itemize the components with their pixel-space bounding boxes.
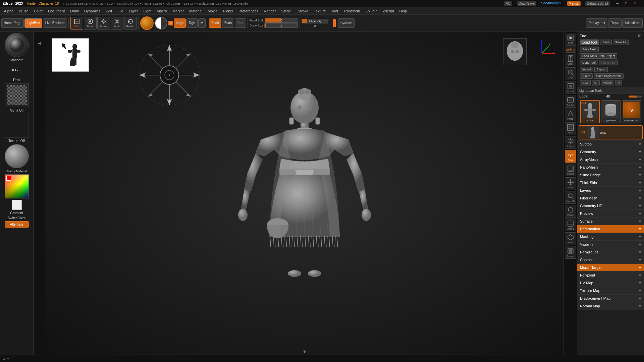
body-slider[interactable] bbox=[629, 96, 642, 98]
uvmap-section[interactable]: UV Map bbox=[577, 279, 644, 287]
rotate3d-btn[interactable]: Rotate bbox=[565, 205, 576, 218]
zsub-btn[interactable]: Zsub bbox=[222, 18, 234, 28]
menu-transform[interactable]: Transform bbox=[341, 8, 363, 14]
menu-macro[interactable]: Macro bbox=[154, 8, 170, 14]
menu-brush[interactable]: Brush bbox=[16, 8, 31, 14]
copy-tool-btn[interactable]: Copy Tool bbox=[580, 60, 598, 65]
menu-document[interactable]: Document bbox=[45, 8, 67, 14]
fibermesh-section[interactable]: FiberMesh bbox=[577, 194, 644, 202]
menu-layer[interactable]: Layer bbox=[126, 8, 141, 14]
dots-preview[interactable] bbox=[5, 63, 29, 77]
floor-btn[interactable]: Floor bbox=[565, 122, 576, 135]
move-btn[interactable]: Move bbox=[97, 17, 110, 29]
lightbox-btn[interactable]: LightBox bbox=[24, 18, 42, 28]
default-script-btn[interactable]: DefaultZScript bbox=[585, 1, 610, 6]
geometry-section[interactable]: Geometry bbox=[577, 148, 644, 156]
preview-section[interactable]: Preview bbox=[577, 210, 644, 218]
tool-expand-icon[interactable]: ⊞ bbox=[638, 34, 641, 38]
m-btn[interactable]: M bbox=[198, 18, 206, 28]
menu-draw[interactable]: Draw bbox=[67, 8, 82, 14]
menu-picker[interactable]: Picker bbox=[220, 8, 236, 14]
menu-render[interactable]: Render bbox=[261, 8, 279, 14]
save-next-btn[interactable]: Save Next bbox=[580, 47, 599, 52]
transp-btn[interactable]: Transp bbox=[565, 246, 576, 259]
poly-btn[interactable]: Poly bbox=[565, 232, 576, 245]
deformation-section[interactable]: Deformation bbox=[577, 225, 644, 233]
zoom3d-btn[interactable]: Zoom3D bbox=[565, 191, 576, 204]
texturemap-section[interactable]: Texture Map bbox=[577, 287, 644, 295]
zadd-btn[interactable]: Zadd bbox=[209, 18, 221, 28]
all-btn[interactable]: All bbox=[592, 80, 600, 85]
z-intensity-slider[interactable]: Z Intensity bbox=[302, 19, 328, 23]
intensity-handle[interactable] bbox=[333, 19, 336, 27]
load-tool-btn[interactable]: Load Tool bbox=[580, 40, 599, 45]
polygroups-section[interactable]: Polygroups bbox=[577, 248, 644, 256]
alpha-preview[interactable] bbox=[5, 83, 29, 107]
head-preview[interactable] bbox=[503, 38, 527, 65]
material-sphere[interactable] bbox=[5, 144, 29, 168]
canvas-area[interactable]: ▾ bbox=[45, 32, 564, 355]
nano-mesh-section[interactable]: NanoMesh bbox=[577, 164, 644, 171]
menu-stroke[interactable]: Stroke bbox=[295, 8, 311, 14]
sphere-color-btn[interactable] bbox=[140, 16, 154, 30]
persp-btn[interactable]: Persp bbox=[565, 109, 576, 121]
subtool-body-2[interactable]: 151 Body bbox=[579, 125, 643, 139]
menu-zscript[interactable]: Zscript bbox=[380, 8, 397, 14]
surface-section[interactable]: Surface bbox=[577, 218, 644, 225]
home-page-btn[interactable]: Home Page bbox=[1, 18, 24, 28]
import-btn[interactable]: Import bbox=[580, 67, 593, 72]
bottom-collapse-btn[interactable]: ▾ bbox=[303, 348, 306, 355]
paste-tool-btn[interactable]: Paste Tool bbox=[599, 60, 618, 65]
scroll-btn[interactable]: Scroll bbox=[565, 54, 576, 66]
lightbox-tools-label[interactable]: Lightbox▶Tools bbox=[579, 89, 602, 93]
color-picker[interactable] bbox=[5, 174, 29, 198]
subtool-body-1[interactable]: 151 Body bbox=[580, 100, 600, 123]
brush-preview[interactable] bbox=[5, 33, 29, 57]
frame-btn[interactable]: Frame bbox=[565, 164, 576, 176]
draw-size-slider[interactable]: 1 bbox=[264, 23, 298, 28]
rotate-btn[interactable]: Rotate bbox=[124, 17, 137, 29]
window-controls[interactable]: — □ ✕ bbox=[614, 1, 639, 6]
edit-btn[interactable]: Edit bbox=[70, 17, 83, 29]
texture-preview[interactable] bbox=[5, 114, 29, 138]
adjust-last-btn[interactable]: AdjustLast bbox=[622, 18, 643, 28]
goz-btn[interactable]: GoZ bbox=[580, 80, 591, 85]
displacementmap-section[interactable]: Displacement Map bbox=[577, 295, 644, 302]
morph-target-section[interactable]: Morph Target bbox=[577, 264, 644, 272]
actual-btn[interactable]: Actual bbox=[565, 81, 576, 94]
draw-btn[interactable]: Draw bbox=[84, 17, 97, 29]
dynamic-btn[interactable]: Dynamic bbox=[338, 18, 355, 28]
bpr-btn[interactable]: BPR bbox=[565, 33, 576, 46]
expand-left-btn[interactable]: ◂ bbox=[34, 33, 44, 53]
menu-preferences[interactable]: Preferences bbox=[236, 8, 261, 14]
replay-short-btn[interactable]: Repla bbox=[608, 18, 622, 28]
scale-btn[interactable]: Scale bbox=[111, 17, 123, 29]
alternate-btn[interactable]: Alternate bbox=[5, 221, 29, 228]
menu-dynamics[interactable]: Dynamics bbox=[82, 8, 103, 14]
replay-last-btn[interactable]: ReplayLast bbox=[586, 18, 607, 28]
rgb-btn[interactable]: Rgb bbox=[186, 18, 197, 28]
see-through-btn[interactable]: See-through 0 bbox=[541, 1, 562, 6]
linefill-btn[interactable]: LineFill bbox=[565, 219, 576, 231]
mrgb-btn[interactable]: Mrgb bbox=[174, 18, 186, 28]
focal-shift-slider[interactable]: 0 bbox=[265, 18, 298, 23]
save-btn[interactable]: Save bbox=[600, 40, 612, 45]
aahalf-btn[interactable]: AA AAHalf bbox=[565, 95, 576, 108]
subtool-section[interactable]: Subtool bbox=[577, 140, 644, 148]
contact-section[interactable]: Contact bbox=[577, 256, 644, 264]
menu-color[interactable]: Color bbox=[31, 8, 45, 14]
move3d-btn[interactable]: Move bbox=[565, 177, 576, 190]
menus-btn[interactable]: Menus bbox=[567, 1, 581, 6]
lsym-btn[interactable]: L.Sym bbox=[565, 136, 576, 149]
menu-alpha[interactable]: Alpha bbox=[1, 8, 16, 14]
export-btn[interactable]: Export bbox=[594, 67, 608, 72]
zoom-btn[interactable]: Zoom bbox=[565, 67, 576, 80]
qxyz-btn[interactable]: xyz Qxyz bbox=[565, 150, 576, 163]
menu-stencil[interactable]: Stencil bbox=[279, 8, 295, 14]
subtool-cylinder[interactable]: Cylinder3D bbox=[601, 100, 621, 123]
live-boolean-btn[interactable]: Live Boolean bbox=[43, 18, 67, 28]
foreground-color[interactable] bbox=[12, 200, 22, 210]
geometryhd-section[interactable]: Geometry HD bbox=[577, 202, 644, 210]
zcut-btn[interactable]: Zcut bbox=[235, 18, 246, 28]
menu-texture[interactable]: Texture bbox=[311, 8, 328, 14]
